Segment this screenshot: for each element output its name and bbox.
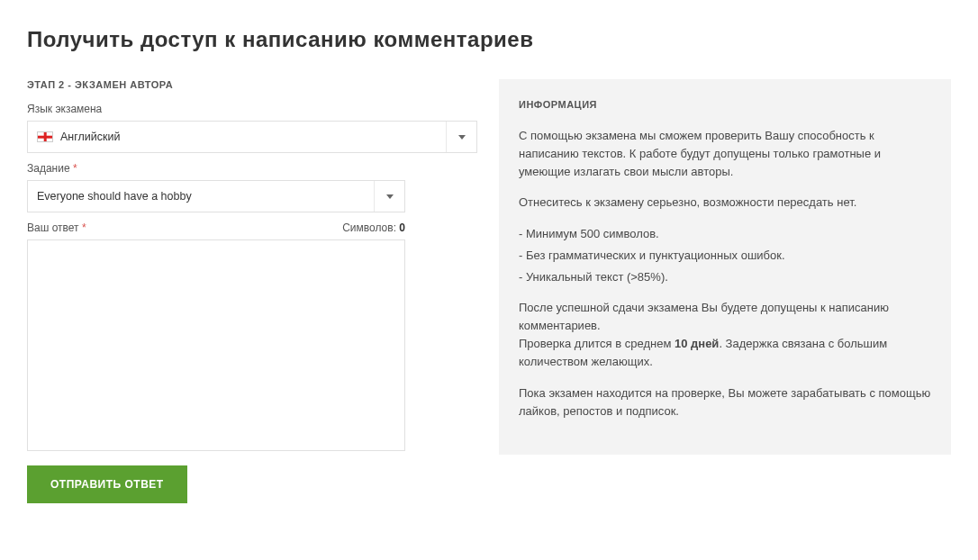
- answer-textarea[interactable]: [27, 239, 405, 451]
- flag-english-icon: [37, 131, 53, 142]
- chevron-down-icon: [458, 135, 466, 140]
- required-star: *: [73, 162, 77, 175]
- task-label-text: Задание: [27, 162, 70, 175]
- char-counter-label: Символов:: [342, 221, 396, 234]
- info-bold: 10 дней: [675, 337, 719, 350]
- task-label: Задание *: [27, 162, 477, 175]
- chevron-down-icon: [386, 194, 394, 199]
- layout: ЭТАП 2 - ЭКЗАМЕН АВТОРА Язык экзамена Ан…: [27, 79, 951, 503]
- info-paragraph: Отнеситесь к экзамену серьезно, возможно…: [519, 194, 931, 212]
- info-text: Проверка длится в среднем: [519, 337, 675, 350]
- answer-label: Ваш ответ *: [27, 221, 86, 234]
- char-counter: Символов: 0: [342, 221, 405, 234]
- info-paragraph: С помощью экзамена мы сможем проверить В…: [519, 127, 931, 181]
- language-label: Язык экзамена: [27, 103, 477, 115]
- dropdown-arrow-zone: [374, 181, 404, 212]
- submit-button[interactable]: ОТПРАВИТЬ ОТВЕТ: [27, 465, 187, 503]
- language-select-value: Английский: [60, 131, 120, 143]
- list-item: - Минимум 500 символов.: [519, 225, 931, 243]
- info-paragraph: После успешной сдачи экзамена Вы будете …: [519, 299, 931, 372]
- info-requirements-list: - Минимум 500 символов. - Без грамматиче…: [519, 225, 931, 286]
- task-select-value: Everyone should have a hobby: [37, 190, 192, 203]
- info-text: После успешной сдачи экзамена Вы будете …: [519, 301, 889, 332]
- info-panel: ИНФОРМАЦИЯ С помощью экзамена мы сможем …: [499, 79, 951, 455]
- answer-label-text: Ваш ответ: [27, 221, 79, 234]
- list-item: - Уникальный текст (>85%).: [519, 268, 931, 286]
- dropdown-arrow-zone: [446, 122, 476, 152]
- info-paragraph: Пока экзамен находится на проверке, Вы м…: [519, 384, 931, 420]
- language-select[interactable]: Английский: [27, 121, 477, 153]
- form-column: ЭТАП 2 - ЭКЗАМЕН АВТОРА Язык экзамена Ан…: [27, 79, 477, 503]
- info-heading: ИНФОРМАЦИЯ: [519, 97, 931, 113]
- page-title: Получить доступ к написанию комментариев: [27, 27, 951, 52]
- char-counter-value: 0: [399, 221, 405, 234]
- step-heading: ЭТАП 2 - ЭКЗАМЕН АВТОРА: [27, 79, 477, 90]
- required-star: *: [82, 221, 86, 234]
- task-select[interactable]: Everyone should have a hobby: [27, 180, 405, 212]
- list-item: - Без грамматических и пунктуационных ош…: [519, 247, 931, 265]
